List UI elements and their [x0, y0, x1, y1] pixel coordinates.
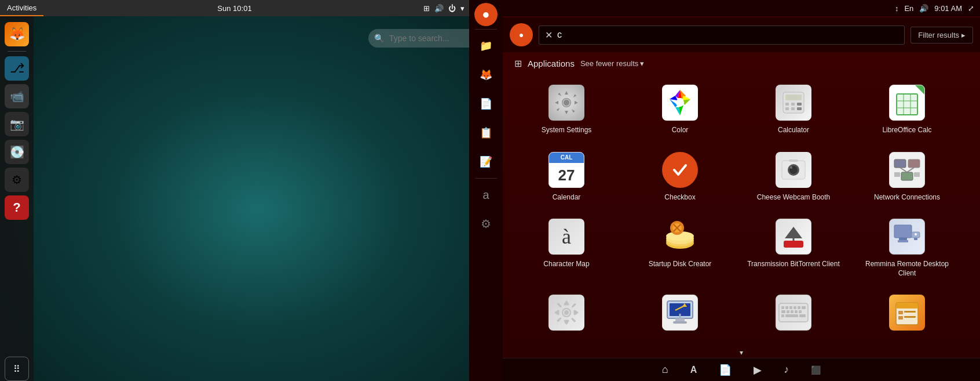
app-icon-libreoffice-calc	[888, 84, 926, 121]
unity-gear-icon[interactable]: ⚙	[473, 211, 499, 237]
unity-files-icon[interactable]: 📁	[473, 32, 499, 59]
dock-item-camera[interactable]: 📹	[5, 84, 29, 108]
dock-item-sourcetree[interactable]: ⎇	[5, 56, 29, 81]
dash-topbar: ↕ En 🔊 9:01 AM ⤢	[503, 0, 980, 16]
app-item-character-map[interactable]: à Character Map	[514, 210, 619, 284]
unity-browser-icon[interactable]: 🦊	[473, 61, 499, 88]
svg-rect-17	[785, 107, 789, 110]
dash-nav-apps[interactable]: A	[688, 362, 700, 378]
app-item-startup-disk-creator[interactable]: Startup Disk Creator	[628, 210, 732, 284]
network-icon[interactable]: ⊞	[423, 4, 430, 13]
app-icon-transmission	[775, 218, 812, 255]
app-item-network-connections[interactable]: Network Connections	[855, 143, 959, 208]
dash-topbar-icons: ↕ En 🔊 9:01 AM ⤢	[895, 4, 974, 13]
calendar-icon: CAL 27	[548, 152, 584, 188]
app-item-keyboard-settings[interactable]	[741, 286, 846, 342]
app-item-system-settings[interactable]: System Settings	[514, 76, 619, 141]
app-item-display-settings[interactable]	[628, 286, 732, 342]
app-item-cheese[interactable]: Cheese Webcam Booth	[741, 143, 846, 208]
svg-rect-53	[898, 240, 908, 242]
activities-button[interactable]: Activities	[0, 0, 43, 16]
dash-en-label[interactable]: En	[904, 4, 913, 13]
svg-rect-32	[908, 159, 920, 168]
dash-nav-video[interactable]: ▶	[751, 361, 764, 379]
dash-volume-icon[interactable]: 🔊	[919, 4, 928, 13]
app-icon-gear-bottom	[548, 294, 585, 331]
dash-ubuntu-button[interactable]: ●	[510, 23, 533, 46]
dash-resize-icon[interactable]: ⤢	[968, 4, 974, 13]
app-icon-startup-disk-creator	[661, 218, 699, 255]
app-label-startup-disk-creator: Startup Disk Creator	[649, 260, 712, 269]
app-item-remmina[interactable]: Remmina Remote Desktop Client	[855, 210, 959, 284]
app-icon-keyboard-settings	[775, 294, 812, 331]
dash-nav-music[interactable]: ♪	[781, 361, 791, 378]
app-icon-cheese	[775, 151, 812, 188]
unity-doc3-icon[interactable]: 📝	[473, 148, 499, 175]
dash-time: 9:01 AM	[934, 4, 962, 13]
app-icon-checkbox	[661, 151, 699, 188]
filter-results-button[interactable]: Filter results ▸	[910, 27, 973, 43]
unity-separator-2	[475, 178, 497, 179]
app-item-transmission[interactable]: Transmission BitTorrent Client	[741, 210, 846, 284]
dock: 🦊 ⎇ 📹 📷 💽 ⚙ ? ⠿	[0, 16, 34, 381]
app-item-color[interactable]: Color	[628, 76, 732, 141]
dock-item-help[interactable]: ?	[5, 195, 29, 220]
unity-ubuntu-button[interactable]: ●	[474, 3, 498, 26]
svg-point-29	[790, 166, 792, 169]
dock-item-settings[interactable]: ⚙	[5, 168, 29, 192]
app-label-remmina: Remmina Remote Desktop Client	[860, 260, 955, 278]
filter-results-arrow: ▸	[961, 31, 966, 39]
volume-icon[interactable]: 🔊	[434, 4, 444, 13]
unity-doc2-icon[interactable]: 📋	[473, 119, 499, 146]
app-item-calendar[interactable]: CAL 27 Calendar	[514, 143, 619, 208]
dash-search-input[interactable]	[557, 30, 898, 40]
startup-disk-icon	[662, 219, 698, 255]
svg-rect-61	[673, 321, 687, 324]
dash-bottom-nav: ⌂ A 📄 ▶ ♪ ⬛	[503, 358, 980, 381]
unity-amazon-icon[interactable]: a	[473, 182, 499, 208]
dash-clear-button[interactable]: ✕	[545, 30, 553, 41]
app-item-libreoffice-calc[interactable]: LibreOffice Calc	[855, 76, 959, 141]
app-item-archive-manager[interactable]	[855, 286, 959, 342]
apps-section-title: Applications	[528, 59, 575, 68]
svg-rect-54	[914, 238, 917, 240]
dock-item-all-apps[interactable]: ⠿	[5, 357, 29, 381]
see-fewer-button[interactable]: See fewer results ▾	[580, 59, 644, 68]
dash-search-box: ✕	[539, 26, 905, 45]
dash-nav-files[interactable]: 📄	[716, 361, 734, 379]
svg-rect-52	[899, 238, 907, 240]
unity-separator-1	[475, 29, 497, 30]
dash-scroll-arrow: ▾	[503, 349, 980, 357]
svg-rect-71	[802, 306, 806, 309]
dock-item-shotwell[interactable]: 📷	[5, 112, 29, 136]
app-label-color: Color	[672, 126, 689, 135]
dash-updown-icon[interactable]: ↕	[895, 4, 899, 13]
character-map-icon: à	[548, 219, 584, 255]
dash-nav-photos[interactable]: ⬛	[809, 363, 823, 377]
search-icon: 🔍	[374, 34, 384, 43]
svg-point-11	[676, 99, 684, 107]
dock-item-drive[interactable]: 💽	[5, 140, 29, 164]
svg-rect-66	[781, 306, 784, 309]
app-item-checkbox[interactable]: Checkbox	[628, 143, 732, 208]
topbar-arrow-icon[interactable]: ▾	[460, 4, 465, 13]
system-settings-icon	[548, 85, 584, 121]
app-grid: System Settings	[514, 76, 968, 342]
svg-rect-72	[781, 310, 785, 313]
archive-manager-icon	[889, 295, 925, 331]
unity-doc-icon[interactable]: 📄	[473, 90, 499, 117]
svg-point-55	[915, 233, 917, 235]
calculator-icon	[776, 85, 811, 121]
svg-rect-30	[789, 159, 798, 162]
svg-rect-67	[785, 306, 788, 309]
dash-nav-home[interactable]: ⌂	[660, 361, 671, 378]
dock-item-firefox[interactable]: 🦊	[5, 22, 29, 46]
app-item-calculator[interactable]: Calculator	[741, 76, 846, 141]
svg-rect-49	[894, 225, 912, 238]
app-label-checkbox: Checkbox	[664, 193, 695, 202]
app-item-gear-bottom[interactable]	[514, 286, 619, 342]
filter-results-label: Filter results	[918, 31, 959, 39]
svg-line-34	[900, 168, 907, 172]
power-icon[interactable]: ⏻	[448, 4, 456, 13]
scroll-down-arrow[interactable]: ▾	[740, 349, 743, 357]
